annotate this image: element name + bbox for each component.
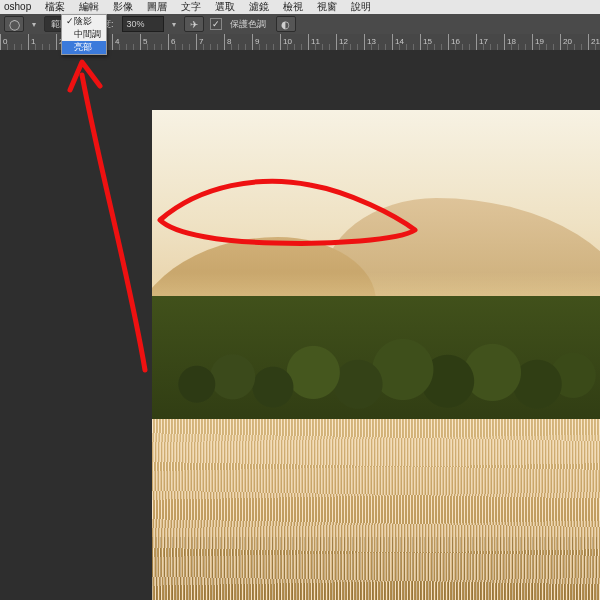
range-option-shadows[interactable]: ✓陰影 — [62, 15, 106, 28]
app-name: oshop — [4, 0, 31, 14]
menu-layer[interactable]: 圖層 — [147, 0, 167, 14]
menu-image[interactable]: 影像 — [113, 0, 133, 14]
menubar: oshop 檔案 編輯 影像 圖層 文字 選取 濾鏡 檢視 視窗 說明 — [0, 0, 600, 14]
document-image[interactable] — [152, 110, 600, 600]
exposure-chevron-icon[interactable]: ▾ — [170, 20, 178, 29]
menu-window[interactable]: 視窗 — [317, 0, 337, 14]
menu-edit[interactable]: 編輯 — [79, 0, 99, 14]
menu-type[interactable]: 文字 — [181, 0, 201, 14]
canvas-area[interactable] — [0, 50, 600, 600]
menu-select[interactable]: 選取 — [215, 0, 235, 14]
airbrush-icon[interactable]: ✈ — [184, 16, 204, 32]
exposure-field[interactable]: 30% — [122, 16, 164, 32]
pressure-icon[interactable]: ◐ — [276, 16, 296, 32]
menu-file[interactable]: 檔案 — [45, 0, 65, 14]
tool-preset-icon[interactable]: ◯ — [4, 16, 24, 32]
tool-preset-chevron-icon[interactable]: ▾ — [30, 20, 38, 29]
range-option-midtones[interactable]: 中間調 — [62, 28, 106, 41]
protect-tones-checkbox[interactable]: ✓ — [210, 18, 222, 30]
protect-tones-label: 保護色調 — [230, 18, 266, 31]
image-field — [152, 419, 600, 600]
menu-help[interactable]: 說明 — [351, 0, 371, 14]
check-icon: ✓ — [66, 16, 74, 27]
range-dropdown-menu: ✓陰影 中間調 亮部 — [61, 14, 107, 55]
exposure-value: 30% — [127, 19, 145, 29]
range-option-highlights[interactable]: 亮部 — [62, 41, 106, 54]
menu-view[interactable]: 檢視 — [283, 0, 303, 14]
menu-filter[interactable]: 濾鏡 — [249, 0, 269, 14]
